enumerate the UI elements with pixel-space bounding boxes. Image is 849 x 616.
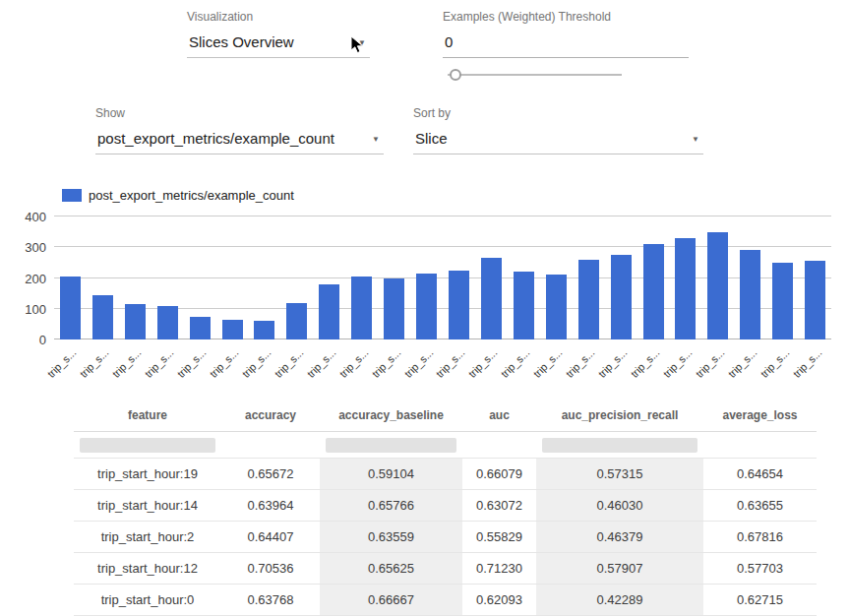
table-cell: 0.65766 [320,490,462,522]
column-header-auc[interactable]: auc [462,400,536,432]
bar-slot [605,216,637,339]
bar-slot [734,216,766,339]
bar[interactable] [222,320,243,339]
visualization-control: Visualization Slices Overview ▼ [187,10,370,58]
y-axis-tick-label: 0 [3,333,46,347]
bar[interactable] [125,304,146,339]
table-row[interactable]: trip_start_hour:140.639640.657660.630720… [74,490,817,522]
threshold-label: Examples (Weighted) Threshold [443,10,689,26]
bar[interactable] [190,317,211,339]
table-cell: 0.63559 [320,522,462,553]
show-value: post_export_metrics/example_count [97,130,334,147]
table-cell: 0.63768 [221,585,320,616]
chevron-down-icon: ▼ [372,135,380,144]
bar-slot [378,216,410,339]
sortby-control: Sort by Slice ▼ [413,106,703,154]
bar-slot [152,216,184,339]
column-header-average_loss[interactable]: average_loss [703,400,817,432]
table-cell: 0.55829 [462,522,536,553]
bar[interactable] [514,272,534,339]
table-cell: 0.63655 [703,490,817,522]
table-cell: 0.59104 [320,459,462,490]
bar[interactable] [351,277,372,339]
filter-box[interactable] [80,438,215,453]
bar[interactable] [60,277,81,339]
visualization-label: Visualization [187,10,370,26]
table-cell: 0.65625 [320,553,462,585]
table-cell: 0.67816 [703,522,817,553]
threshold-slider[interactable] [448,69,622,81]
bar[interactable] [416,274,437,339]
bar[interactable] [449,271,469,339]
filter-cell [462,432,536,459]
y-axis-tick-label: 100 [3,302,46,317]
bar[interactable] [707,232,728,339]
table-cell: 0.63072 [462,490,536,522]
bar[interactable] [92,295,113,339]
show-label: Show [95,106,384,122]
threshold-input[interactable]: 0 [443,31,689,58]
visualization-dropdown[interactable]: Slices Overview ▼ [187,31,370,58]
filter-box[interactable] [542,438,697,453]
bar-series [54,216,831,339]
bar[interactable] [481,258,502,339]
bar[interactable] [675,238,696,339]
table-cell: trip_start_hour:2 [74,522,221,553]
table-cell: 0.64407 [221,522,320,553]
bar-slot [637,216,670,339]
bar[interactable] [643,244,664,339]
bar[interactable] [772,263,793,339]
table-row[interactable]: trip_start_hour:190.656720.591040.660790… [74,459,817,490]
column-header-auc_precision_recall[interactable]: auc_precision_recall [536,400,703,432]
bar-slot [313,216,345,339]
bar[interactable] [286,303,307,340]
column-header-accuracy[interactable]: accuracy [221,400,320,432]
show-control: Show post_export_metrics/example_count ▼ [95,106,384,154]
table-cell: 0.57703 [703,553,817,585]
bar[interactable] [805,261,825,339]
table-row[interactable]: trip_start_hour:20.644070.635590.558290.… [74,522,817,553]
show-dropdown[interactable]: post_export_metrics/example_count ▼ [95,127,384,154]
x-label-slot: trip_s... [799,341,831,393]
bar-slot [249,216,281,339]
table-cell: 0.66667 [320,585,462,616]
bar[interactable] [546,275,567,339]
filter-cell [221,432,320,459]
bar[interactable] [254,321,274,339]
chevron-down-icon: ▼ [692,135,699,144]
sortby-dropdown[interactable]: Slice ▼ [413,127,703,154]
bar-slot [280,216,313,339]
metrics-table: featureaccuracyaccuracy_baselineaucauc_p… [74,400,817,616]
column-header-accuracy_baseline[interactable]: accuracy_baseline [320,400,462,432]
bar-slot [87,216,119,339]
chart-legend: post_export_metrics/example_count [62,188,294,203]
table-cell: 0.46379 [536,522,703,553]
filter-box[interactable] [326,438,456,453]
bar[interactable] [611,255,632,339]
bar-slot [216,216,249,339]
filter-row [74,432,817,459]
slicing-metrics-view: Visualization Slices Overview ▼ Examples… [0,0,849,616]
y-axis-tick-label: 400 [3,210,46,224]
table-cell: 0.70536 [221,553,320,585]
table-cell: trip_start_hour:14 [74,490,221,522]
table-cell: 0.57907 [536,553,703,585]
slider-thumb[interactable] [450,69,461,81]
column-header-feature[interactable]: feature [74,400,221,432]
table-cell: 0.62093 [462,585,536,616]
bar[interactable] [319,284,339,339]
bar-slot [54,216,87,339]
example-count-bar-chart: 0100200300400 [54,216,831,339]
slider-track[interactable] [448,74,622,76]
table-cell: 0.57315 [536,459,703,490]
bar[interactable] [578,260,599,339]
sortby-value: Slice [415,130,448,147]
bar[interactable] [740,250,760,339]
filter-cell [703,432,817,459]
sortby-label: Sort by [413,106,703,122]
threshold-control: Examples (Weighted) Threshold 0 [443,10,689,58]
table-row[interactable]: trip_start_hour:120.705360.656250.712300… [74,553,817,585]
bar[interactable] [157,306,178,339]
bar[interactable] [384,278,404,340]
table-row[interactable]: trip_start_hour:00.637680.666670.620930.… [74,585,817,616]
